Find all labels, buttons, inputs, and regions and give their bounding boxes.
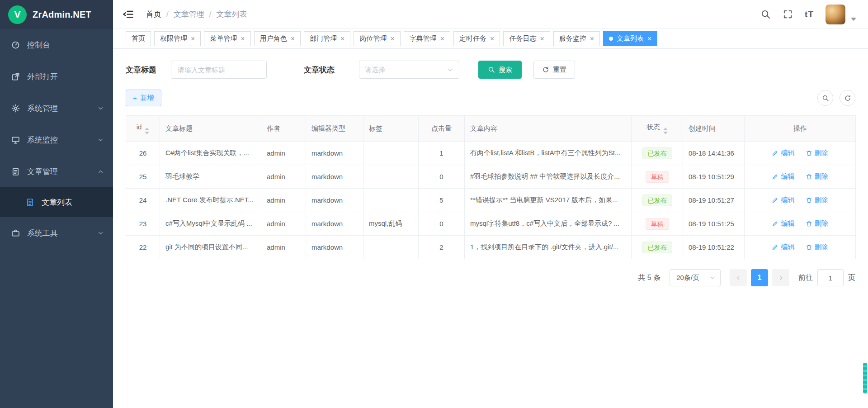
tab-item[interactable]: 岗位管理 × xyxy=(354,31,400,46)
tab-item[interactable]: 字典管理 × xyxy=(404,31,450,46)
delete-button[interactable]: 删除 xyxy=(806,172,828,181)
tab-close-icon[interactable]: × xyxy=(340,35,344,43)
page-size-select[interactable]: 20条/页 xyxy=(670,269,721,286)
table-row: 25 羽毛球教学 admin markdown 0 #羽毛球拍参数说明 ## 中… xyxy=(126,165,856,189)
sidebar-item-external-open[interactable]: 外部打开 xyxy=(0,61,113,92)
search-icon[interactable] xyxy=(760,9,771,19)
tab-close-icon[interactable]: × xyxy=(440,35,444,43)
breadcrumb-separator: / xyxy=(209,10,212,19)
breadcrumb-current: 文章列表 xyxy=(216,9,247,19)
tab-item[interactable]: 部门管理 × xyxy=(304,31,350,46)
cell-content: #羽毛球拍参数说明 ## 中管软硬选择以及长度介... xyxy=(465,165,632,189)
reset-button[interactable]: 重置 xyxy=(533,61,575,79)
tab-item[interactable]: 首页 xyxy=(126,31,151,46)
tab-close-icon[interactable]: × xyxy=(191,35,195,43)
tab-item[interactable]: 服务监控 × xyxy=(553,31,600,46)
brand-logo-icon: V xyxy=(8,5,27,24)
tab-item[interactable]: 任务日志 × xyxy=(503,31,550,46)
page-content: 文章标题 文章状态 请选择 搜索 重置 + xyxy=(113,49,868,408)
sidebar-item-dashboard[interactable]: 控制台 xyxy=(0,29,113,61)
article-status-select[interactable]: 请选择 xyxy=(359,61,459,79)
table-row: 24 .NET Core 发布时提示.NET... admin markdown… xyxy=(126,189,856,212)
add-button-label: 新增 xyxy=(141,94,154,102)
delete-button[interactable]: 删除 xyxy=(806,219,828,228)
main-area: 首页 / 文章管理 / 文章列表 tT 首页 权限管理 × xyxy=(113,0,868,408)
status-badge: 草稿 xyxy=(646,171,669,183)
refresh-icon xyxy=(844,95,851,102)
tab-item[interactable]: 权限管理 × xyxy=(154,31,201,46)
edit-button[interactable]: 编辑 xyxy=(772,219,794,228)
tab-close-icon[interactable]: × xyxy=(390,35,394,43)
tab-close-icon[interactable]: × xyxy=(241,35,245,43)
column-header-status[interactable]: 状态 xyxy=(632,116,683,142)
chevron-up-icon xyxy=(97,168,104,175)
cell-tags xyxy=(363,165,419,189)
fullscreen-icon[interactable] xyxy=(783,9,793,19)
cell-editor: markdown xyxy=(306,212,363,236)
cell-editor: markdown xyxy=(306,236,363,259)
scrollbar-thumb[interactable] xyxy=(863,363,867,394)
article-title-input[interactable] xyxy=(171,61,267,79)
delete-button[interactable]: 删除 xyxy=(806,149,828,157)
page-number-current[interactable]: 1 xyxy=(751,269,768,286)
cell-clicks: 5 xyxy=(419,189,465,212)
chevron-down-icon xyxy=(709,275,716,281)
avatar[interactable] xyxy=(826,5,845,24)
tab-item-active[interactable]: 文章列表 × xyxy=(603,31,657,46)
sidebar-item-system-tools[interactable]: 系统工具 xyxy=(0,217,113,249)
edit-button[interactable]: 编辑 xyxy=(772,243,794,251)
edit-icon xyxy=(772,220,778,227)
edit-button[interactable]: 编辑 xyxy=(772,172,794,181)
breadcrumb-section[interactable]: 文章管理 xyxy=(174,9,204,19)
sidebar-item-system-management[interactable]: 系统管理 xyxy=(0,92,113,124)
sort-icon[interactable] xyxy=(145,128,149,134)
delete-button[interactable]: 删除 xyxy=(806,196,828,204)
caret-down-icon[interactable] xyxy=(851,18,856,21)
tab-close-icon[interactable]: × xyxy=(540,35,544,43)
tab-label: 用户角色 xyxy=(260,34,287,43)
tab-label: 服务监控 xyxy=(559,34,586,43)
tab-item[interactable]: 定时任务 × xyxy=(453,31,500,46)
edit-button[interactable]: 编辑 xyxy=(772,149,794,157)
tab-close-icon[interactable]: × xyxy=(490,35,494,43)
text-size-icon[interactable]: tT xyxy=(805,9,814,19)
edit-icon xyxy=(772,173,778,180)
sort-icon[interactable] xyxy=(663,128,668,134)
chevron-left-icon xyxy=(735,275,742,281)
sidebar-item-article-list[interactable]: 文章列表 xyxy=(0,187,113,217)
tab-close-icon[interactable]: × xyxy=(590,35,594,43)
toggle-search-button[interactable] xyxy=(817,90,833,106)
tab-item[interactable]: 菜单管理 × xyxy=(204,31,250,46)
cell-created: 08-19 10:51:27 xyxy=(683,189,745,212)
next-page-button[interactable] xyxy=(772,269,789,286)
edit-button[interactable]: 编辑 xyxy=(772,196,794,204)
add-button[interactable]: + 新增 xyxy=(126,90,161,106)
refresh-button[interactable] xyxy=(840,90,855,106)
tab-close-icon[interactable]: × xyxy=(647,35,651,43)
menu-fold-icon[interactable] xyxy=(122,8,134,20)
cell-content: 1，找到项目所在目录下的 .git/文件夹，进入.git/... xyxy=(465,236,632,259)
sidebar-item-label: 系统工具 xyxy=(27,228,58,238)
breadcrumb-home[interactable]: 首页 xyxy=(146,9,161,19)
sidebar-item-article-management[interactable]: 文章管理 xyxy=(0,156,113,187)
delete-button[interactable]: 删除 xyxy=(806,243,828,251)
cell-author: admin xyxy=(261,165,306,189)
trash-icon xyxy=(806,150,812,157)
search-button[interactable]: 搜索 xyxy=(478,61,522,79)
tab-close-icon[interactable]: × xyxy=(291,35,295,43)
tab-item[interactable]: 用户角色 × xyxy=(254,31,301,46)
refresh-icon xyxy=(542,66,549,73)
edit-icon xyxy=(772,197,778,204)
cell-title: c#写入Mysql中文显示乱码 ... xyxy=(160,212,261,236)
cell-ops: 编辑 删除 xyxy=(745,142,856,165)
goto-page-input[interactable] xyxy=(817,269,844,286)
column-header-id[interactable]: id xyxy=(126,116,160,142)
sidebar-item-system-monitor[interactable]: 系统监控 xyxy=(0,124,113,156)
cell-id: 23 xyxy=(126,212,160,236)
cell-status: 已发布 xyxy=(632,142,683,165)
cell-author: admin xyxy=(261,189,306,212)
prev-page-button[interactable] xyxy=(730,269,747,286)
tab-label: 任务日志 xyxy=(509,34,536,43)
gear-icon xyxy=(11,104,20,113)
cell-ops: 编辑 删除 xyxy=(745,212,856,236)
